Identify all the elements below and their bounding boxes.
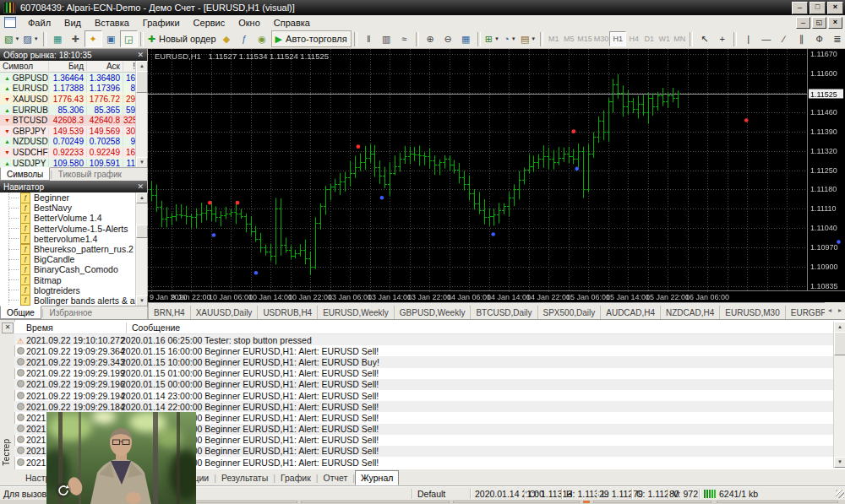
market-watch-row[interactable]: ▲GBPUSD1.364641.3648016 — [0, 73, 147, 84]
column-ask[interactable]: Аск — [87, 62, 123, 71]
column-bid[interactable]: Бид — [49, 62, 87, 71]
signals-button[interactable]: ◉ — [254, 30, 271, 47]
data-window-button[interactable]: ✚ — [67, 30, 84, 47]
timeframe-h1-button[interactable]: H1 — [609, 31, 626, 46]
market-watch-row[interactable]: ▼XAUUSD1776.431776.7229 — [0, 94, 147, 105]
menu-window[interactable]: Окно — [232, 17, 267, 29]
navigator-button[interactable]: ✦ — [84, 30, 102, 47]
strategy-tester-button[interactable]: ◲ — [120, 30, 138, 47]
tester-tab-6[interactable]: Журнал — [355, 470, 399, 485]
chart-tab-7[interactable]: SPX500,Daily — [538, 306, 602, 320]
new-chart-button[interactable]: ▧▼ — [3, 30, 21, 47]
periods-button[interactable]: ◔▼ — [501, 30, 519, 47]
navigator-item[interactable]: ƒBinaryCash_Comodo — [0, 264, 136, 274]
tester-close-icon[interactable]: ✕ — [2, 322, 14, 333]
market-watch-row[interactable]: ▼USDCHF0.922330.9224916 — [0, 147, 147, 158]
navigator-close-icon[interactable]: ✕ — [137, 183, 144, 191]
tester-tab-5[interactable]: Отчет — [319, 471, 353, 485]
shapes-button[interactable]: ≣ — [828, 30, 845, 47]
scroll-tabs-right-icon[interactable]: ▸ — [835, 304, 845, 317]
chart-tab-3[interactable]: USDRUB,H4 — [258, 306, 318, 320]
candlestick-chart-button[interactable]: ▥ — [378, 30, 395, 47]
chart-tab-11[interactable]: EURGBP,H1 — [786, 306, 825, 320]
scroll-down-icon[interactable]: ▼ — [834, 457, 845, 468]
scroll-thumb[interactable] — [834, 332, 845, 355]
chart-tab-4[interactable]: EURUSD,Weekly — [318, 306, 395, 320]
navigator-item[interactable]: ƒBigCandle — [0, 254, 136, 264]
bar-chart-button[interactable]: ‖ — [360, 30, 378, 47]
navigator-scrollbar[interactable]: ▲ ▼ — [135, 192, 147, 306]
market-watch-button[interactable]: ▦ — [49, 30, 67, 47]
market-watch-close-icon[interactable]: ✕ — [137, 51, 144, 59]
chart-tab-10[interactable]: EURUSD,M30 — [720, 306, 785, 320]
minimize-button[interactable] — [792, 2, 808, 14]
zoom-out-button[interactable]: ⊖ — [439, 30, 457, 47]
indicators-button[interactable]: ⊞▼ — [483, 30, 501, 47]
chart-document-icon[interactable] — [4, 17, 16, 28]
autotrade-button[interactable]: ▶Авто-торговля — [271, 30, 352, 47]
templates-button[interactable]: ▤▼ — [519, 30, 537, 47]
navigator-item[interactable]: ƒBeginner — [0, 192, 136, 203]
scroll-thumb[interactable] — [136, 71, 148, 93]
market-watch-row[interactable]: ▼GBPJPY149.539149.56930 — [0, 126, 147, 137]
journal-row[interactable]: 2021.09.22 19:09:29.1992020.01.15 01:00:… — [14, 368, 833, 379]
journal-row[interactable]: 2021.09.22 19:09:29.1942020.01.14 23:00:… — [14, 390, 833, 401]
navigator-item[interactable]: ƒBestNavy — [0, 203, 136, 213]
chart-tab-5[interactable]: GBPUSD,Weekly — [395, 306, 472, 320]
market-watch-row[interactable]: ▲NZDUSD0.702490.702589 — [0, 137, 147, 148]
market-watch-row[interactable]: ▲EURRUB85.30685.36559 — [0, 105, 147, 116]
channel-button[interactable]: ∥ — [793, 30, 810, 47]
horizontal-line-button[interactable]: — — [757, 30, 775, 47]
menu-charts[interactable]: Графики — [136, 17, 187, 29]
journal-row[interactable]: 2021.09.22 19:09:29.3432020.01.15 10:00:… — [14, 356, 833, 367]
terminal-button[interactable]: ▣ — [102, 30, 120, 47]
menu-help[interactable]: Справка — [267, 17, 317, 29]
fibonacci-button[interactable]: Ф — [810, 30, 828, 47]
menu-view[interactable]: Вид — [57, 17, 88, 29]
navigator-tab-1[interactable]: Общие — [0, 306, 41, 319]
maximize-button[interactable] — [810, 2, 826, 14]
journal-scrollbar[interactable]: ▲ ▼ — [833, 322, 845, 468]
timeframe-mn-button[interactable]: MN — [672, 32, 687, 46]
navigator-tab-2[interactable]: Избранное — [44, 307, 99, 318]
journal-row[interactable]: ⚠2021.09.22 19:10:10.2722020.01.16 06:25… — [14, 334, 833, 345]
market-watch-scrollbar[interactable]: ▲ ▼ — [135, 61, 147, 168]
resize-grip[interactable] — [836, 490, 844, 498]
timeframe-m15-button[interactable]: M15 — [576, 32, 593, 46]
cursor-button[interactable]: ↖ — [695, 30, 713, 47]
doc-restore-button[interactable] — [812, 17, 826, 29]
timeframe-m5-button[interactable]: M5 — [561, 32, 576, 46]
journal-row[interactable]: 2021.09.22 19:09:29.1962020.01.15 00:00:… — [14, 379, 833, 390]
timeframe-w1-button[interactable]: W1 — [657, 32, 672, 46]
market-watch-row[interactable]: ▼BTCUSD42608.342640.8325 — [0, 115, 147, 126]
vertical-line-button[interactable]: | — [739, 30, 757, 47]
metaeditor-button[interactable]: ◆ — [218, 30, 236, 47]
chart-tab-9[interactable]: NZDCAD,H4 — [661, 306, 720, 320]
timeframe-d1-button[interactable]: D1 — [641, 32, 657, 46]
profiles-button[interactable]: ▨▼ — [21, 30, 40, 47]
doc-minimize-button[interactable] — [796, 17, 810, 29]
navigator-item[interactable]: ƒBollinger bands alerts & arrow — [0, 295, 136, 306]
chart-tab-2[interactable]: XAUUSD,Daily — [191, 306, 259, 320]
navigator-item[interactable]: ƒbettervolume1.4 — [0, 234, 136, 244]
doc-close-button[interactable] — [828, 17, 842, 29]
menu-file[interactable]: Файл — [21, 17, 57, 29]
timeframe-m1-button[interactable]: M1 — [546, 32, 561, 46]
tile-windows-button[interactable]: ▦ — [457, 30, 475, 47]
navigator-item[interactable]: ƒBetterVolume-1.5-Alerts — [0, 224, 136, 234]
menu-service[interactable]: Сервис — [187, 17, 232, 29]
chart-tab-8[interactable]: AUDCAD,H4 — [601, 306, 661, 320]
crosshair-button[interactable]: + — [713, 30, 731, 47]
journal-row[interactable]: 2021.09.22 19:09:29.3642020.01.15 16:00:… — [14, 345, 833, 356]
close-button[interactable] — [827, 2, 843, 14]
chart-tab-1[interactable]: BRN,H4 — [149, 306, 191, 320]
experts-button[interactable]: ƒ — [236, 30, 254, 47]
column-symbol[interactable]: Символ — [0, 62, 49, 71]
navigator-item[interactable]: ƒblogtreiders — [0, 285, 136, 295]
navigator-item[interactable]: ƒBetterVolume 1.4 — [0, 213, 136, 223]
scroll-tabs-left-icon[interactable]: ◂ — [825, 304, 835, 317]
refresh-icon[interactable] — [56, 483, 71, 498]
tester-tab-3[interactable]: Результаты — [216, 471, 273, 485]
column-time[interactable]: Время — [14, 322, 127, 333]
taskbar-app-icon[interactable] — [583, 501, 590, 503]
